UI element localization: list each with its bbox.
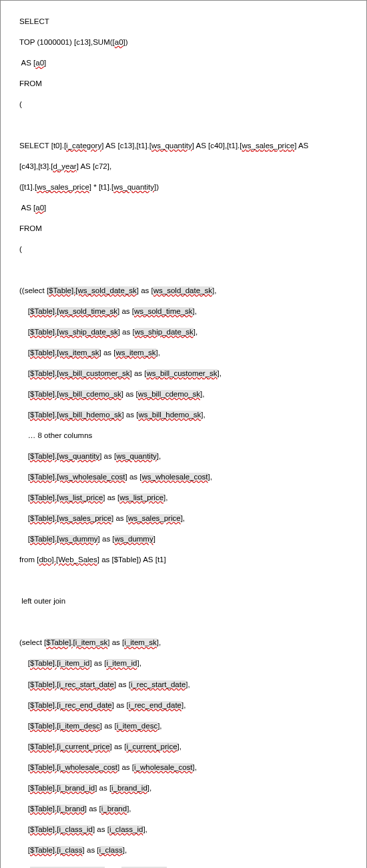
code-line: [$Table].[ws_wholesale_cost] as [ws_whol… <box>19 472 362 483</box>
code-line: [$Table].[i_item_desc] as [i_item_desc], <box>19 721 362 732</box>
code-line: FROM <box>19 79 362 89</box>
code-line: (select [$Table].[i_item_sk] as [i_item_… <box>19 638 362 648</box>
code-line: [$Table].[i_rec_start_date] as [i_rec_st… <box>19 680 362 690</box>
code-line <box>19 120 362 131</box>
code-line: [$Table].[ws_sold_time_sk] as [ws_sold_t… <box>19 306 362 317</box>
code-line: [$Table].[ws_dummy] as [ws_dummy] <box>19 534 362 545</box>
code-line: … 8 other columns <box>19 431 362 441</box>
code-line: ( <box>19 99 362 110</box>
code-line: [$Table].[i_wholesale_cost] as [i_wholes… <box>19 763 362 773</box>
code-line: [$Table].[ws_item_sk] as [ws_item_sk], <box>19 348 362 359</box>
code-line: ([t1].[ws_sales_price] * [t1].[ws_quanti… <box>19 182 362 193</box>
code-line: AS [a0] <box>19 58 362 69</box>
code-line: TOP (1000001) [c13],SUM([a0]) <box>19 37 362 48</box>
code-line: [$Table].[ws_list_price] as [ws_list_pri… <box>19 493 362 503</box>
code-line: [$Table].[i_current_price] as [i_current… <box>19 742 362 752</box>
code-line <box>19 576 362 586</box>
sql-code-block: SELECT TOP (1000001) [c13],SUM([a0]) AS … <box>5 6 362 868</box>
code-line <box>19 617 362 628</box>
code-line: [$Table].[i_brand_id] as [i_brand_id], <box>19 783 362 794</box>
code-line: ( <box>19 244 362 255</box>
code-line: SELECT [t0].[i_category] AS [c13],[t1].[… <box>19 141 362 152</box>
code-line: [$Table].[i_brand] as [i_brand], <box>19 804 362 815</box>
code-line: [$Table].[ws_bill_cdemo_sk] as [ws_bill_… <box>19 389 362 400</box>
code-line: [$Table].[i_item_id] as [i_item_id], <box>19 658 362 669</box>
code-line: FROM <box>19 224 362 234</box>
code-line: [$Table].[i_class] as [i_class], <box>19 845 362 856</box>
code-line <box>19 265 362 276</box>
code-line: [c43],[t3].[d_year] AS [c72], <box>19 162 362 172</box>
code-line: [$Table].[ws_bill_hdemo_sk] as [ws_bill_… <box>19 410 362 421</box>
code-line: [$Table].[i_rec_end_date] as [i_rec_end_… <box>19 700 362 711</box>
code-line: ((select [$Table].[ws_sold_date_sk] as [… <box>19 286 362 296</box>
code-line: from [dbo].[Web_Sales] as [$Table]) AS [… <box>19 555 362 566</box>
code-line: [$Table].[ws_quantity] as [ws_quantity], <box>19 451 362 462</box>
code-line: [$Table].[ws_bill_customer_sk] as [ws_bi… <box>19 369 362 379</box>
code-line: left outer join <box>19 596 362 607</box>
code-line: AS [a0] <box>19 203 362 214</box>
code-line: SELECT <box>19 17 362 27</box>
code-line: [$Table].[ws_sales_price] as [ws_sales_p… <box>19 513 362 524</box>
code-line: [$Table].[ws_ship_date_sk] as [ws_ship_d… <box>19 327 362 338</box>
code-line: [$Table].[i_class_id] as [i_class_id], <box>19 825 362 835</box>
document-page: SELECT TOP (1000001) [c13],SUM([a0]) AS … <box>0 0 367 868</box>
